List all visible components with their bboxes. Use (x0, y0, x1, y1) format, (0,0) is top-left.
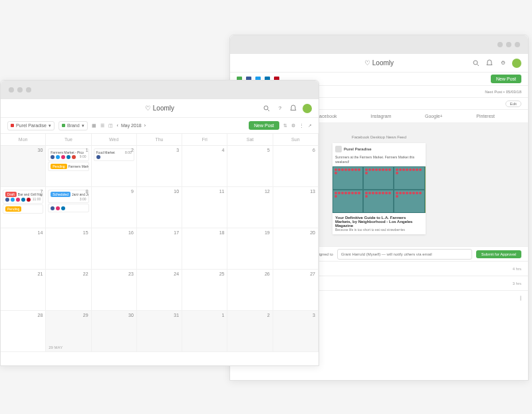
search-icon[interactable] (263, 104, 271, 112)
calendar-cell[interactable]: 2Food Market8:00 (92, 146, 137, 187)
calendar-cell[interactable]: 26 (227, 270, 273, 311)
day-number: 1 (222, 313, 225, 317)
fb-icon (51, 155, 55, 159)
prev-month-icon[interactable]: ‹ (117, 123, 118, 128)
day-header: Tue (46, 134, 91, 145)
day-number: 7 (40, 189, 43, 194)
fb-icon (5, 198, 9, 202)
day-number: 12 (265, 189, 270, 194)
calendar-cell[interactable]: 19 (227, 228, 273, 270)
calendar-event[interactable]: PendingFarmers Market - Pico (48, 162, 88, 171)
tab-facebook[interactable]: Facebook (317, 114, 337, 118)
calendar-cell[interactable]: 7DraftBar and Grill Night11:00Pending (1, 187, 46, 228)
new-post-button[interactable]: New Post (249, 121, 279, 130)
calendar-event[interactable]: Food Market8:00 (94, 148, 134, 161)
filter-icon[interactable]: ⇅ (283, 123, 287, 128)
calendar-cell[interactable]: 23 (92, 270, 137, 311)
next-month-icon[interactable]: › (144, 123, 146, 128)
next-post-link[interactable]: Next Post • 05/03/18 (485, 90, 521, 94)
calendar-event[interactable] (48, 204, 88, 212)
calendar-cell[interactable]: 16 (92, 228, 137, 270)
export-icon[interactable]: ↗ (308, 123, 312, 128)
tab-pinterest[interactable]: Pinterest (476, 114, 495, 118)
tab-google[interactable]: Google+ (425, 114, 443, 118)
submit-approval-button[interactable]: Submit for Approval (476, 250, 521, 258)
calendar-event[interactable]: DraftBar and Grill Night11:00 (3, 190, 43, 204)
li-icon (21, 198, 25, 202)
calendar-cell[interactable]: 13 (273, 187, 319, 228)
calendar-cell[interactable]: 3 (137, 146, 182, 187)
user-avatar[interactable] (303, 104, 312, 113)
calendar-cell[interactable]: 3 (273, 311, 319, 352)
day-number: 16 (128, 230, 134, 235)
day-number: 29 (83, 313, 88, 317)
month-label[interactable]: May 2018 (121, 123, 142, 128)
user-avatar[interactable] (512, 59, 521, 68)
ig-icon (61, 155, 65, 159)
new-post-button[interactable]: New Post (491, 75, 521, 83)
grid-icon[interactable]: ▦ (92, 123, 96, 128)
calendar-cell[interactable]: 30 (92, 311, 137, 352)
day-header: Sat (227, 134, 273, 145)
day-number: 23 (128, 272, 134, 276)
tab-instagram[interactable]: Instagram (370, 114, 391, 118)
fb-icon (51, 206, 55, 210)
calendar-cell[interactable]: 10 (137, 187, 182, 228)
calendar-cell[interactable]: 25 (182, 270, 227, 311)
reply-button[interactable] (520, 296, 521, 301)
calendar-cell[interactable]: 4 (182, 146, 227, 187)
calendar-picker[interactable]: Purel Paradise ▾ (7, 121, 55, 130)
search-icon[interactable] (472, 59, 480, 67)
feed-icon[interactable]: ◫ (108, 123, 113, 128)
day-number: 25 (219, 272, 225, 276)
calendar-cell[interactable]: 14 (1, 228, 46, 270)
calendar-cell[interactable]: 27 (273, 270, 319, 311)
share-icon[interactable]: ⋮ (299, 123, 304, 128)
day-number: 4 (222, 148, 225, 152)
pi-icon (27, 198, 31, 202)
calendar-event[interactable]: Pending (3, 204, 43, 214)
day-number: 1 (86, 148, 88, 152)
brand-picker[interactable]: Brand ▾ (59, 121, 88, 130)
calendar-cell[interactable]: 2929 MAY (46, 311, 91, 352)
calendar-cell[interactable]: 22 (46, 270, 91, 311)
calendar-cell[interactable]: 9 (92, 187, 137, 228)
calendar-cell[interactable]: 11 (182, 187, 227, 228)
post-caption: Summers at the Farmers Market. Farmers M… (332, 155, 426, 166)
bell-icon[interactable] (485, 59, 493, 67)
assignee-select[interactable]: Grant Harrold (Myself) — will notify oth… (337, 249, 472, 260)
day-header: Sun (273, 134, 319, 145)
help-icon[interactable]: ? (276, 104, 284, 112)
edit-button[interactable]: Edit (505, 101, 521, 107)
calendar-event[interactable]: Farmers Market - Pico9:00 (48, 148, 88, 161)
calendar-cell[interactable]: 30 (1, 146, 46, 187)
list-view-icon[interactable]: ☰ (100, 123, 104, 128)
calendar-cell[interactable]: 12 (227, 187, 273, 228)
calendar-cell[interactable]: 1 (182, 311, 227, 352)
calendar-cell[interactable]: 20 (273, 228, 319, 270)
day-number: 6 (313, 148, 315, 152)
calendar-cell[interactable]: 5 (227, 146, 273, 187)
bell-icon[interactable] (289, 104, 297, 112)
calendar-cell[interactable]: 21 (1, 270, 46, 311)
li-icon (61, 206, 65, 210)
calendar-cell[interactable]: 15 (46, 228, 91, 270)
calendar-cell[interactable]: 18 (182, 228, 227, 270)
settings-icon[interactable]: ⚙ (499, 59, 507, 67)
day-number: 18 (219, 230, 225, 235)
day-number: 11 (219, 189, 225, 194)
li-icon (66, 155, 70, 159)
page-avatar (335, 146, 342, 152)
calendar-cell[interactable]: 31 (137, 311, 182, 352)
calendar-cell[interactable]: 1Farmers Market - Pico9:00PendingFarmers… (46, 146, 91, 187)
calendar-cell[interactable]: 6 (273, 146, 319, 187)
day-number: 20 (310, 230, 315, 235)
day-number: 26 (265, 272, 270, 276)
calendar-cell[interactable]: 24 (137, 270, 182, 311)
calendar-cell[interactable]: 2 (227, 311, 273, 352)
calendar-cell[interactable]: 28 (1, 311, 46, 352)
settings-icon[interactable]: ⚙ (291, 123, 295, 128)
calendar-event[interactable]: ScheduledJazz and Juke Sunset3:00 (48, 190, 88, 203)
calendar-cell[interactable]: 8ScheduledJazz and Juke Sunset3:00 (46, 187, 91, 228)
calendar-cell[interactable]: 17 (137, 228, 182, 270)
